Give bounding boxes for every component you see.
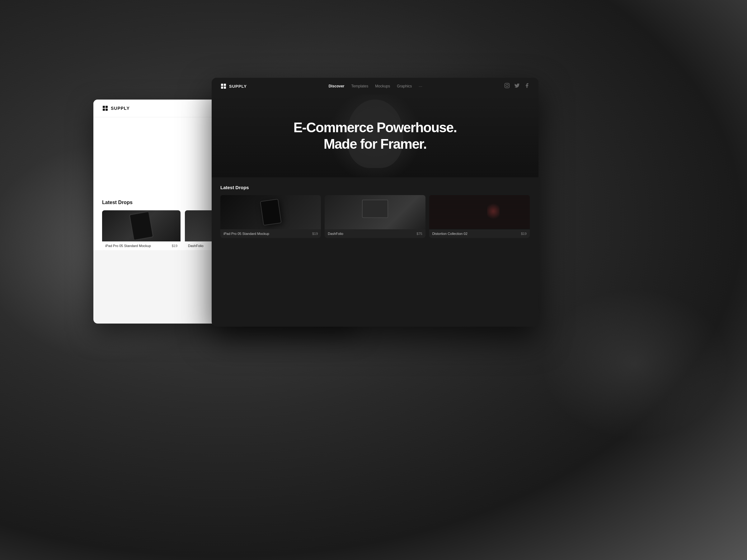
facebook-icon[interactable] xyxy=(524,83,530,89)
dark-nav-discover[interactable]: Discover xyxy=(329,84,344,88)
dark-nav-templates[interactable]: Templates xyxy=(352,84,368,88)
svg-rect-6 xyxy=(221,86,223,89)
dark-logo-text: SUPPLY xyxy=(229,84,247,89)
dark-distortion-price: $19 xyxy=(521,232,526,236)
svg-rect-0 xyxy=(103,106,105,108)
dark-latest-drops: Latest Drops iPad Pro 05 Standard Mockup… xyxy=(212,177,538,245)
svg-rect-8 xyxy=(505,83,510,88)
dark-distortion-info: Distortion Collection 02 $19 xyxy=(429,229,530,238)
twitter-icon[interactable] xyxy=(514,83,520,89)
dark-products: iPad Pro 05 Standard Mockup $19 DashFoli… xyxy=(221,195,530,238)
dark-distortion-name: Distortion Collection 02 xyxy=(432,232,467,236)
white-logo-text: SUPPLY xyxy=(111,106,130,111)
svg-rect-4 xyxy=(221,84,223,86)
dark-logo: SUPPLY xyxy=(221,83,247,89)
dark-hero: E-Commerce Powerhouse. Made for Framer. xyxy=(212,95,538,177)
dark-header: SUPPLY Discover Templates Mockups Graphi… xyxy=(212,78,538,95)
dark-card: SUPPLY Discover Templates Mockups Graphi… xyxy=(212,78,538,327)
instagram-icon[interactable] xyxy=(504,83,510,89)
white-ipad-info: iPad Pro 05 Standard Mockup $19 xyxy=(102,241,181,250)
white-ipad-image xyxy=(102,210,181,241)
dark-nav-more[interactable]: ··· xyxy=(419,84,422,89)
dark-hero-title: E-Commerce Powerhouse. Made for Framer. xyxy=(224,119,526,153)
white-laptop-name: DashFolio xyxy=(188,244,204,248)
dark-laptop-price: $75 xyxy=(416,232,422,236)
white-logo: SUPPLY xyxy=(102,105,130,111)
white-ipad-name: iPad Pro 05 Standard Mockup xyxy=(105,244,151,248)
dark-nav-graphics[interactable]: Graphics xyxy=(397,84,412,88)
svg-rect-2 xyxy=(103,109,105,111)
dark-product-distortion[interactable]: Distortion Collection 02 $19 xyxy=(429,195,530,238)
svg-rect-7 xyxy=(224,86,226,89)
dark-laptop-info: DashFolio $75 xyxy=(325,229,425,238)
scene: SUPPLY Discover Templates E-Commerce Mad… xyxy=(78,62,669,498)
svg-rect-1 xyxy=(105,106,108,108)
dark-nav-mockups[interactable]: Mockups xyxy=(375,84,390,88)
svg-rect-3 xyxy=(105,109,108,111)
svg-rect-5 xyxy=(224,84,226,86)
dark-laptop-image xyxy=(325,195,425,229)
svg-point-9 xyxy=(506,84,508,87)
dark-product-laptop[interactable]: DashFolio $75 xyxy=(325,195,425,238)
dark-ipad-price: $19 xyxy=(312,232,318,236)
white-ipad-price: $19 xyxy=(172,244,177,248)
dark-logo-icon xyxy=(221,83,227,89)
dark-ipad-image xyxy=(221,195,321,229)
dark-social-links xyxy=(504,83,530,89)
white-product-ipad[interactable]: iPad Pro 05 Standard Mockup $19 xyxy=(102,210,181,250)
dark-nav: Discover Templates Mockups Graphics ··· xyxy=(329,84,422,89)
dark-ipad-name: iPad Pro 05 Standard Mockup xyxy=(224,232,269,236)
white-logo-icon xyxy=(102,105,108,111)
dark-laptop-name: DashFolio xyxy=(328,232,343,236)
dark-ipad-info: iPad Pro 05 Standard Mockup $19 xyxy=(221,229,321,238)
dark-product-ipad[interactable]: iPad Pro 05 Standard Mockup $19 xyxy=(221,195,321,238)
svg-point-10 xyxy=(508,84,509,85)
dark-section-title: Latest Drops xyxy=(221,185,530,190)
dark-distortion-image xyxy=(429,195,530,229)
